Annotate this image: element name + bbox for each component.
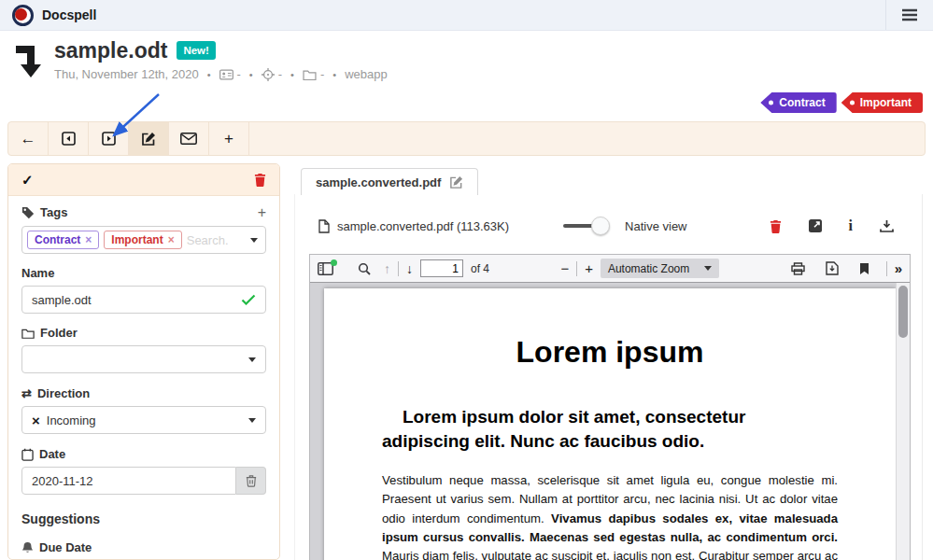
search-icon <box>358 262 371 275</box>
attachment-tab[interactable]: sample.converted.pdf <box>301 168 478 195</box>
pdf-toolbar: ↑ ↓ of 4 − + Automatic Zoom <box>310 255 910 283</box>
tags-multiselect[interactable]: Contract × Important × Search. <box>21 226 266 254</box>
top-navbar: Docspell <box>0 0 933 31</box>
toolbar-divider <box>886 261 887 276</box>
notification-dot <box>331 259 337 266</box>
file-name: sample.converted.pdf (113.63K) <box>337 219 509 233</box>
next-item-button[interactable] <box>89 122 129 155</box>
bullet-separator: • <box>249 69 253 80</box>
document-paragraph: Vestibulum neque massa, scelerisque sit … <box>382 471 838 560</box>
file-info-row: sample.converted.pdf (113.63K) Native vi… <box>295 194 922 235</box>
rename-attachment-icon[interactable] <box>449 175 463 189</box>
previous-page-button[interactable]: ↑ <box>384 261 390 276</box>
bookmark-icon <box>859 262 869 275</box>
panel-body: Tags + Contract × Important × Search. Na… <box>8 196 279 560</box>
pdf-body: Lorem ipsum Lorem ipsum dolor sit amet, … <box>310 283 910 560</box>
remove-tag-icon[interactable]: × <box>85 233 92 246</box>
item-action-bar: ← + <box>7 121 926 156</box>
concerning-meta: - <box>262 67 282 81</box>
brand-link[interactable]: Docspell <box>0 5 96 26</box>
pdf-scrollbar[interactable] <box>896 283 910 560</box>
pdf-download-button[interactable] <box>826 261 839 275</box>
minus-icon: − <box>560 260 569 276</box>
zoom-in-button[interactable]: + <box>585 260 593 276</box>
folder-select[interactable] <box>21 345 266 373</box>
toggle-sidebar-button[interactable] <box>318 262 333 275</box>
more-tools-button[interactable]: » <box>895 260 902 276</box>
caret-square-right-icon <box>102 132 116 146</box>
info-icon: i <box>849 218 853 233</box>
valid-check-icon <box>241 294 256 305</box>
zoom-out-button[interactable]: − <box>560 260 569 276</box>
remove-tag-icon[interactable]: × <box>168 233 175 246</box>
hamburger-menu-button[interactable] <box>886 0 933 30</box>
add-tag-button[interactable]: + <box>258 205 266 220</box>
pdf-search-button[interactable] <box>358 262 371 275</box>
selected-tag-important: Important × <box>104 231 181 249</box>
folder-value: - <box>320 67 324 81</box>
chip-label: Contract <box>35 233 80 246</box>
brand-name: Docspell <box>42 7 96 22</box>
zoom-level-select[interactable]: Automatic Zoom <box>601 259 719 278</box>
due-date-label: Due Date <box>39 540 92 554</box>
folder-label: Folder <box>40 326 78 340</box>
correspondent-value: - <box>237 67 241 81</box>
toggle-knob[interactable] <box>591 217 610 235</box>
delete-attachment-button[interactable] <box>770 219 782 233</box>
file-icon <box>318 219 330 233</box>
current-view-button[interactable] <box>859 262 869 275</box>
clear-date-button[interactable] <box>236 467 266 495</box>
direction-label: Direction <box>37 386 90 400</box>
native-view-toggle[interactable] <box>563 217 612 235</box>
incoming-direction-icon <box>13 43 41 78</box>
confirm-check-icon[interactable]: ✓ <box>21 172 34 189</box>
date-input[interactable] <box>32 474 226 488</box>
attachment-tab-label: sample.converted.pdf <box>316 175 441 189</box>
concerning-value: - <box>278 67 282 81</box>
new-badge: New! <box>177 41 215 60</box>
item-date: Thu, November 12th, 2020 <box>54 67 199 81</box>
tag-important[interactable]: Important <box>841 92 923 113</box>
pdf-scrollbar-thumb[interactable] <box>898 286 908 338</box>
clear-direction-icon[interactable]: × <box>32 413 40 427</box>
selected-tag-contract: Contract × <box>27 231 99 249</box>
chip-label: Important <box>111 233 163 246</box>
name-input[interactable] <box>32 293 241 307</box>
plus-icon: + <box>224 130 233 148</box>
direction-select[interactable]: × Incoming <box>21 406 266 434</box>
docspell-app: Docspell sample.odt New! Thu, November 1… <box>0 0 933 560</box>
date-field-wrap <box>21 467 236 495</box>
print-button[interactable] <box>791 262 805 275</box>
printer-icon <box>791 262 805 275</box>
next-page-button[interactable]: ↓ <box>406 261 413 276</box>
prev-item-button[interactable] <box>49 122 89 155</box>
open-in-new-window-button[interactable] <box>809 219 822 232</box>
caret-square-left-icon <box>62 132 76 146</box>
name-label: Name <box>21 265 266 281</box>
item-title: sample.odt <box>54 39 167 63</box>
download-attachment-button[interactable] <box>880 219 894 232</box>
bullet-separator: • <box>332 69 336 80</box>
arrow-left-icon: ← <box>21 130 36 148</box>
direction-label-row: ⇄ Direction <box>21 385 266 401</box>
folder-label-row: Folder <box>21 325 266 341</box>
address-card-icon <box>219 69 233 80</box>
document-title: Lorem ipsum <box>382 335 838 370</box>
folder-icon <box>303 69 317 80</box>
zoom-level-value: Automatic Zoom <box>608 262 689 275</box>
tag-contract[interactable]: Contract <box>760 92 836 113</box>
chevron-down-icon[interactable] <box>250 238 258 243</box>
tags-label-row: Tags + <box>21 204 266 220</box>
source-value: webapp <box>345 67 388 81</box>
edit-item-button[interactable] <box>129 122 169 155</box>
pdf-viewer: ↑ ↓ of 4 − + Automatic Zoom <box>309 254 911 560</box>
toolbar-divider <box>398 261 399 276</box>
send-mail-button[interactable] <box>169 122 209 155</box>
delete-item-button[interactable] <box>254 173 266 187</box>
back-button[interactable]: ← <box>8 122 49 155</box>
page-number-input[interactable] <box>420 259 463 277</box>
file-info-button[interactable]: i <box>849 218 853 233</box>
chevron-down-icon <box>248 418 256 423</box>
tags-icon <box>21 206 35 219</box>
add-files-button[interactable]: + <box>209 122 249 155</box>
